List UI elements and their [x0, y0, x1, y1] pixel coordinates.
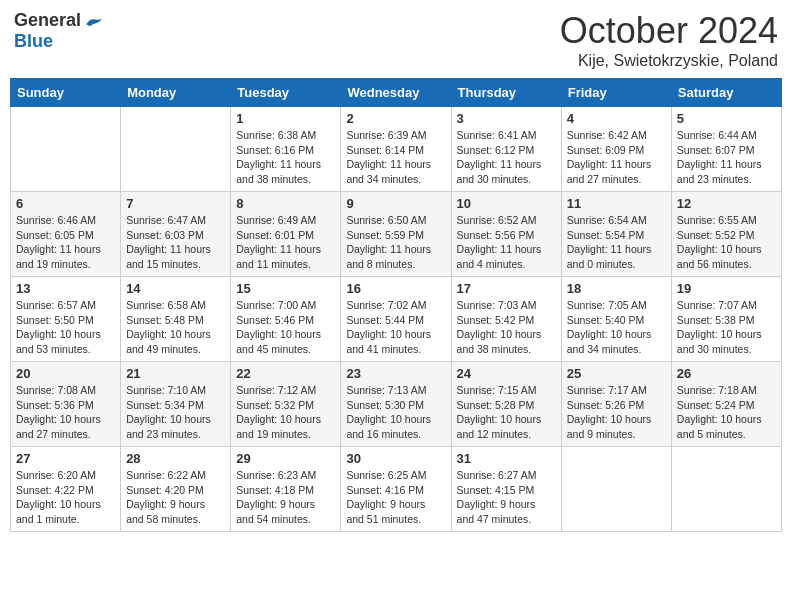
day-info: Sunrise: 7:15 AMSunset: 5:28 PMDaylight:… — [457, 383, 556, 442]
calendar-week-4: 20Sunrise: 7:08 AMSunset: 5:36 PMDayligh… — [11, 362, 782, 447]
day-number: 24 — [457, 366, 556, 381]
column-header-sunday: Sunday — [11, 79, 121, 107]
calendar-cell — [561, 447, 671, 532]
day-info: Sunrise: 7:05 AMSunset: 5:40 PMDaylight:… — [567, 298, 666, 357]
calendar-cell: 19Sunrise: 7:07 AMSunset: 5:38 PMDayligh… — [671, 277, 781, 362]
column-header-thursday: Thursday — [451, 79, 561, 107]
calendar-cell — [671, 447, 781, 532]
month-title: October 2024 — [560, 10, 778, 52]
calendar-cell: 10Sunrise: 6:52 AMSunset: 5:56 PMDayligh… — [451, 192, 561, 277]
day-number: 2 — [346, 111, 445, 126]
calendar-week-1: 1Sunrise: 6:38 AMSunset: 6:16 PMDaylight… — [11, 107, 782, 192]
day-number: 16 — [346, 281, 445, 296]
day-info: Sunrise: 6:25 AMSunset: 4:16 PMDaylight:… — [346, 468, 445, 527]
calendar-cell: 17Sunrise: 7:03 AMSunset: 5:42 PMDayligh… — [451, 277, 561, 362]
calendar-cell: 13Sunrise: 6:57 AMSunset: 5:50 PMDayligh… — [11, 277, 121, 362]
day-info: Sunrise: 7:07 AMSunset: 5:38 PMDaylight:… — [677, 298, 776, 357]
day-number: 28 — [126, 451, 225, 466]
calendar-cell: 30Sunrise: 6:25 AMSunset: 4:16 PMDayligh… — [341, 447, 451, 532]
day-info: Sunrise: 6:46 AMSunset: 6:05 PMDaylight:… — [16, 213, 115, 272]
calendar-cell: 12Sunrise: 6:55 AMSunset: 5:52 PMDayligh… — [671, 192, 781, 277]
day-number: 23 — [346, 366, 445, 381]
calendar-cell: 3Sunrise: 6:41 AMSunset: 6:12 PMDaylight… — [451, 107, 561, 192]
logo-blue-text: Blue — [14, 31, 53, 52]
title-block: October 2024 Kije, Swietokrzyskie, Polan… — [560, 10, 778, 70]
calendar-cell: 8Sunrise: 6:49 AMSunset: 6:01 PMDaylight… — [231, 192, 341, 277]
calendar-cell: 16Sunrise: 7:02 AMSunset: 5:44 PMDayligh… — [341, 277, 451, 362]
calendar-cell: 9Sunrise: 6:50 AMSunset: 5:59 PMDaylight… — [341, 192, 451, 277]
calendar-cell: 31Sunrise: 6:27 AMSunset: 4:15 PMDayligh… — [451, 447, 561, 532]
calendar-cell: 22Sunrise: 7:12 AMSunset: 5:32 PMDayligh… — [231, 362, 341, 447]
calendar-cell — [11, 107, 121, 192]
day-number: 31 — [457, 451, 556, 466]
day-number: 30 — [346, 451, 445, 466]
day-number: 3 — [457, 111, 556, 126]
calendar-week-5: 27Sunrise: 6:20 AMSunset: 4:22 PMDayligh… — [11, 447, 782, 532]
calendar-table: SundayMondayTuesdayWednesdayThursdayFrid… — [10, 78, 782, 532]
day-number: 20 — [16, 366, 115, 381]
column-header-saturday: Saturday — [671, 79, 781, 107]
day-info: Sunrise: 6:58 AMSunset: 5:48 PMDaylight:… — [126, 298, 225, 357]
day-info: Sunrise: 7:13 AMSunset: 5:30 PMDaylight:… — [346, 383, 445, 442]
day-info: Sunrise: 6:52 AMSunset: 5:56 PMDaylight:… — [457, 213, 556, 272]
day-info: Sunrise: 6:20 AMSunset: 4:22 PMDaylight:… — [16, 468, 115, 527]
calendar-cell: 11Sunrise: 6:54 AMSunset: 5:54 PMDayligh… — [561, 192, 671, 277]
day-number: 22 — [236, 366, 335, 381]
calendar-cell: 4Sunrise: 6:42 AMSunset: 6:09 PMDaylight… — [561, 107, 671, 192]
day-info: Sunrise: 6:39 AMSunset: 6:14 PMDaylight:… — [346, 128, 445, 187]
calendar-cell: 7Sunrise: 6:47 AMSunset: 6:03 PMDaylight… — [121, 192, 231, 277]
day-info: Sunrise: 6:22 AMSunset: 4:20 PMDaylight:… — [126, 468, 225, 527]
day-number: 13 — [16, 281, 115, 296]
day-number: 1 — [236, 111, 335, 126]
calendar-cell: 18Sunrise: 7:05 AMSunset: 5:40 PMDayligh… — [561, 277, 671, 362]
day-info: Sunrise: 7:00 AMSunset: 5:46 PMDaylight:… — [236, 298, 335, 357]
day-info: Sunrise: 6:50 AMSunset: 5:59 PMDaylight:… — [346, 213, 445, 272]
calendar-cell: 25Sunrise: 7:17 AMSunset: 5:26 PMDayligh… — [561, 362, 671, 447]
day-number: 6 — [16, 196, 115, 211]
day-info: Sunrise: 6:54 AMSunset: 5:54 PMDaylight:… — [567, 213, 666, 272]
day-number: 4 — [567, 111, 666, 126]
page-header: General Blue October 2024 Kije, Swietokr… — [10, 10, 782, 70]
day-info: Sunrise: 7:18 AMSunset: 5:24 PMDaylight:… — [677, 383, 776, 442]
calendar-cell: 15Sunrise: 7:00 AMSunset: 5:46 PMDayligh… — [231, 277, 341, 362]
column-header-monday: Monday — [121, 79, 231, 107]
day-number: 27 — [16, 451, 115, 466]
day-number: 5 — [677, 111, 776, 126]
day-info: Sunrise: 7:02 AMSunset: 5:44 PMDaylight:… — [346, 298, 445, 357]
day-info: Sunrise: 6:23 AMSunset: 4:18 PMDaylight:… — [236, 468, 335, 527]
logo-bird-icon — [83, 11, 103, 31]
day-number: 7 — [126, 196, 225, 211]
calendar-cell: 1Sunrise: 6:38 AMSunset: 6:16 PMDaylight… — [231, 107, 341, 192]
day-info: Sunrise: 7:10 AMSunset: 5:34 PMDaylight:… — [126, 383, 225, 442]
day-number: 25 — [567, 366, 666, 381]
day-number: 19 — [677, 281, 776, 296]
day-info: Sunrise: 6:55 AMSunset: 5:52 PMDaylight:… — [677, 213, 776, 272]
calendar-cell: 20Sunrise: 7:08 AMSunset: 5:36 PMDayligh… — [11, 362, 121, 447]
day-info: Sunrise: 6:42 AMSunset: 6:09 PMDaylight:… — [567, 128, 666, 187]
day-number: 10 — [457, 196, 556, 211]
calendar-cell: 21Sunrise: 7:10 AMSunset: 5:34 PMDayligh… — [121, 362, 231, 447]
day-number: 17 — [457, 281, 556, 296]
logo-general-text: General — [14, 10, 81, 31]
column-header-tuesday: Tuesday — [231, 79, 341, 107]
column-header-wednesday: Wednesday — [341, 79, 451, 107]
calendar-cell: 24Sunrise: 7:15 AMSunset: 5:28 PMDayligh… — [451, 362, 561, 447]
day-number: 9 — [346, 196, 445, 211]
calendar-week-3: 13Sunrise: 6:57 AMSunset: 5:50 PMDayligh… — [11, 277, 782, 362]
calendar-cell: 6Sunrise: 6:46 AMSunset: 6:05 PMDaylight… — [11, 192, 121, 277]
day-info: Sunrise: 6:47 AMSunset: 6:03 PMDaylight:… — [126, 213, 225, 272]
calendar-cell: 14Sunrise: 6:58 AMSunset: 5:48 PMDayligh… — [121, 277, 231, 362]
day-info: Sunrise: 6:41 AMSunset: 6:12 PMDaylight:… — [457, 128, 556, 187]
day-info: Sunrise: 7:03 AMSunset: 5:42 PMDaylight:… — [457, 298, 556, 357]
day-info: Sunrise: 6:38 AMSunset: 6:16 PMDaylight:… — [236, 128, 335, 187]
day-info: Sunrise: 7:17 AMSunset: 5:26 PMDaylight:… — [567, 383, 666, 442]
day-number: 18 — [567, 281, 666, 296]
day-number: 12 — [677, 196, 776, 211]
day-info: Sunrise: 7:12 AMSunset: 5:32 PMDaylight:… — [236, 383, 335, 442]
day-info: Sunrise: 7:08 AMSunset: 5:36 PMDaylight:… — [16, 383, 115, 442]
calendar-week-2: 6Sunrise: 6:46 AMSunset: 6:05 PMDaylight… — [11, 192, 782, 277]
day-info: Sunrise: 6:44 AMSunset: 6:07 PMDaylight:… — [677, 128, 776, 187]
day-number: 8 — [236, 196, 335, 211]
calendar-cell: 26Sunrise: 7:18 AMSunset: 5:24 PMDayligh… — [671, 362, 781, 447]
day-number: 29 — [236, 451, 335, 466]
